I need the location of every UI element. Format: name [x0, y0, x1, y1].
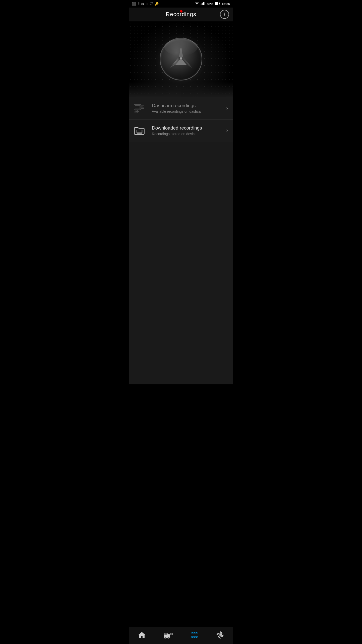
dashcam-item-title: Dashcam recordings — [152, 103, 224, 108]
signal-icon — [201, 2, 205, 6]
mercedes-star-circle — [160, 38, 202, 80]
dashcam-recordings-item[interactable]: Dashcam recordings Available recordings … — [129, 97, 233, 119]
svg-point-53 — [219, 634, 221, 636]
svg-rect-29 — [137, 132, 137, 133]
svg-rect-28 — [137, 131, 137, 132]
recording-indicator — [180, 10, 183, 13]
battery-percentage: 68% — [207, 2, 213, 6]
dots-icon: ⠿ — [138, 2, 140, 6]
film-icon — [191, 631, 199, 639]
gear-icon — [216, 631, 224, 639]
svg-point-37 — [168, 637, 169, 638]
page-header: Recordings i — [129, 8, 233, 21]
svg-rect-4 — [203, 2, 204, 5]
empty-content-area — [129, 384, 233, 627]
downloaded-item-subtitle: Recordings stored on device — [152, 132, 224, 136]
svg-marker-39 — [170, 633, 172, 635]
svg-rect-50 — [198, 632, 198, 633]
hero-banner — [129, 21, 233, 97]
svg-rect-49 — [196, 637, 197, 638]
svg-marker-9 — [179, 47, 183, 58]
downloaded-icon — [134, 125, 148, 136]
info-icon: i — [224, 12, 225, 17]
svg-rect-3 — [202, 3, 203, 5]
svg-point-40 — [170, 634, 170, 634]
svg-rect-17 — [135, 106, 140, 109]
svg-rect-35 — [164, 633, 167, 635]
svg-rect-7 — [215, 2, 218, 5]
nav-recordings[interactable] — [186, 630, 204, 640]
mercedes-star-svg — [167, 45, 195, 73]
home-icon — [138, 631, 146, 639]
menu-section: Dashcam recordings Available recordings … — [129, 97, 233, 384]
svg-rect-1 — [201, 4, 201, 5]
svg-rect-27 — [137, 130, 137, 131]
dashcam-nav-icon — [163, 631, 173, 639]
svg-rect-2 — [201, 3, 202, 5]
mail-icon: ✉ — [141, 2, 144, 6]
nav-dashcam[interactable] — [158, 630, 178, 640]
dashcam-icon — [134, 103, 148, 114]
info-button[interactable]: i — [220, 10, 229, 19]
hero-gradient-overlay — [129, 82, 233, 97]
image-icon: ⬛ — [132, 2, 136, 6]
time-display: 15:26 — [222, 2, 230, 6]
svg-point-0 — [196, 5, 197, 5]
svg-rect-23 — [135, 111, 137, 112]
status-icons-right: 68% 15:26 — [195, 2, 230, 6]
bottom-navigation — [129, 627, 233, 644]
svg-rect-48 — [194, 637, 195, 638]
svg-rect-45 — [194, 632, 195, 633]
downloaded-chevron-icon: › — [226, 127, 228, 134]
dashcam-item-subtitle: Available recordings on dashcam — [152, 109, 224, 113]
svg-rect-46 — [196, 632, 197, 633]
status-bar: ⬛ ⠿ ✉ ⊞ 🛡 🔑 68% — [129, 0, 233, 8]
gallery-icon: ⊞ — [146, 2, 148, 6]
dashcam-icon-svg — [134, 103, 145, 114]
svg-point-15 — [180, 57, 182, 59]
svg-rect-51 — [198, 637, 198, 638]
svg-rect-44 — [192, 632, 193, 633]
svg-rect-5 — [204, 2, 205, 5]
svg-rect-31 — [142, 131, 142, 132]
downloaded-recordings-item[interactable]: Downloaded recordings Recordings stored … — [129, 119, 233, 142]
svg-rect-30 — [142, 130, 142, 131]
status-icons-left: ⬛ ⠿ ✉ ⊞ 🛡 🔑 — [132, 2, 159, 6]
svg-rect-32 — [142, 132, 142, 133]
nav-settings[interactable] — [211, 630, 229, 640]
svg-rect-47 — [192, 637, 193, 638]
folder-icon-svg — [134, 125, 145, 136]
battery-icon — [215, 2, 220, 6]
nav-home[interactable] — [133, 630, 151, 640]
dashcam-item-text: Dashcam recordings Available recordings … — [152, 103, 224, 113]
downloaded-item-text: Downloaded recordings Recordings stored … — [152, 125, 224, 136]
mercedes-logo — [156, 34, 206, 84]
downloaded-item-title: Downloaded recordings — [152, 125, 224, 131]
svg-point-36 — [164, 637, 166, 638]
svg-rect-24 — [137, 130, 142, 133]
svg-marker-19 — [141, 106, 144, 108]
wifi-icon — [195, 2, 199, 6]
dashcam-chevron-icon: › — [226, 105, 228, 111]
shield-icon: 🛡 — [150, 2, 153, 6]
key-icon: 🔑 — [155, 2, 159, 6]
